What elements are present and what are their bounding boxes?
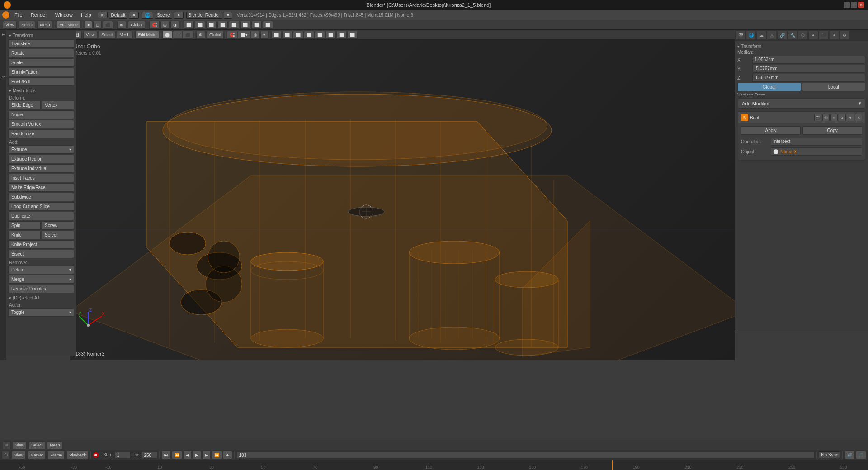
proportional-type-btn[interactable]: ▾ (260, 31, 268, 39)
display-mode-5[interactable]: ⬜ (315, 31, 325, 39)
select-menu-btn[interactable]: Select (99, 31, 115, 39)
knife-button[interactable]: Knife (8, 231, 41, 239)
overlay4-icon[interactable]: ⬜ (217, 21, 228, 29)
prop-tab-object[interactable]: △ (767, 31, 777, 40)
sync-select[interactable]: No Sync (819, 451, 840, 458)
overlay7-icon[interactable]: ⬜ (251, 21, 262, 29)
view-timeline-btn[interactable]: View (12, 451, 26, 459)
deselect-all-title[interactable]: (De)select All (8, 294, 74, 302)
frame-btn[interactable]: Frame (47, 451, 65, 459)
snap-type-btn[interactable]: ⬜▾ (238, 31, 250, 39)
scene-select[interactable]: Scene (155, 12, 172, 19)
transform-title[interactable]: Transform (737, 43, 865, 50)
transform-section-title[interactable]: Transform (8, 32, 74, 39)
viewport-canvas[interactable]: User Ortho Meters x 0.01 (70, 40, 735, 360)
vertex-select-icon[interactable]: ● (85, 21, 92, 29)
display-mode-2[interactable]: ⬜ (282, 31, 292, 39)
scale-button[interactable]: Scale (8, 58, 74, 67)
overlay8-icon[interactable]: ⬜ (263, 21, 273, 29)
menu-help[interactable]: Help (77, 11, 95, 19)
layout-close-icon[interactable]: ✕ (129, 12, 139, 19)
noise-button[interactable]: Noise (8, 110, 74, 119)
scene-icon[interactable]: 🌐 (142, 12, 153, 19)
display-mode-4[interactable]: ⬜ (304, 31, 314, 39)
prop-tab-particles[interactable]: ✦ (829, 31, 839, 40)
translate-button[interactable]: Translate (8, 39, 74, 48)
timeline-editor-icon[interactable]: ⏱ (2, 451, 10, 459)
vertex-mode-btn[interactable]: ⬤ (162, 31, 172, 39)
display-mode-1[interactable]: ⬜ (271, 31, 282, 39)
z-field[interactable]: 8.56377mm (752, 74, 865, 82)
delete-dropdown[interactable]: Delete ▾ (8, 266, 74, 274)
overlay5-icon[interactable]: ⬜ (229, 21, 239, 29)
vertex-button[interactable]: Vertex (42, 101, 74, 109)
tool-strip-btn-2[interactable]: N (0, 74, 6, 81)
shrink-fatten-button[interactable]: Shrink/Fatten (8, 68, 74, 76)
display-mode-8[interactable]: ⬜ (347, 31, 358, 39)
select-button[interactable]: Select (42, 231, 74, 239)
play-btn[interactable]: ▶ (193, 451, 201, 459)
display-mode-7[interactable]: ⬜ (336, 31, 347, 39)
extrude-individual-button[interactable]: Extrude Individual (8, 164, 74, 173)
overlay6-icon[interactable]: ⬜ (240, 21, 250, 29)
prop-tab-modifiers[interactable]: 🔧 (788, 31, 797, 40)
minimize-button[interactable]: – (844, 2, 850, 8)
first-frame-btn[interactable]: ⏮ (161, 451, 171, 459)
menu-window[interactable]: Window (52, 11, 76, 19)
view-menu[interactable]: View (3, 21, 17, 29)
current-frame-field[interactable]: 183 (236, 451, 815, 459)
menu-render[interactable]: Render (27, 11, 51, 19)
local-btn[interactable]: Local (802, 83, 866, 91)
modifier-up-icon[interactable]: ▲ (839, 114, 846, 121)
face-select-icon[interactable]: ⬛ (103, 21, 113, 29)
y-field[interactable]: -5.0767mm (752, 65, 865, 73)
viewport-3d[interactable]: ⊞ View Select Mesh Edit Mode ⬤ — ⬛ ⊕ Glo… (70, 30, 735, 360)
face-mode-btn[interactable]: ⬛ (183, 31, 193, 39)
global-btn[interactable]: Global (737, 83, 801, 91)
modifier-down-icon[interactable]: ▼ (847, 114, 854, 121)
prev-frame-btn[interactable]: ⏪ (172, 451, 182, 459)
bisect-button[interactable]: Bisect (8, 250, 74, 258)
screen-layout-icon[interactable]: ⊞ (98, 12, 108, 18)
global-orient-btn[interactable]: Global (207, 31, 224, 39)
proportional-icon[interactable]: ◎ (160, 21, 170, 29)
snap-icon[interactable]: 🧲 (149, 21, 160, 29)
edge-select-icon[interactable]: ◻ (93, 21, 102, 29)
prop-tab-data[interactable]: ⬡ (798, 31, 808, 40)
overlay3-icon[interactable]: ⬜ (206, 21, 217, 29)
home-icon[interactable]: ⊙ (2, 11, 10, 19)
loop-cut-button[interactable]: Loop Cut and Slide (8, 202, 74, 211)
remove-doubles-button[interactable]: Remove Doubles (8, 285, 74, 293)
playback-btn[interactable]: Playback (66, 451, 89, 459)
prev-keyframe-btn[interactable]: ◀ (183, 451, 192, 459)
extrude-dropdown[interactable]: Extrude ▾ (8, 145, 74, 154)
apply-button[interactable]: Apply (741, 126, 801, 135)
subdivide-button[interactable]: Subdivide (8, 193, 74, 201)
mesh-menu-btn[interactable]: Mesh (117, 31, 132, 39)
audio-scrub-btn[interactable]: 🎵 (856, 451, 866, 459)
overlay1-icon[interactable]: ⬜ (184, 21, 194, 29)
last-frame-btn[interactable]: ⏭ (223, 451, 232, 459)
duplicate-button[interactable]: Duplicate (8, 212, 74, 220)
audio-mute-btn[interactable]: 🔊 (844, 451, 855, 459)
prop-tab-scene[interactable]: 🌐 (746, 31, 756, 40)
prop-tab-constraints[interactable]: 🔗 (777, 31, 787, 40)
view-menu-btn[interactable]: View (83, 31, 97, 39)
knife-project-button[interactable]: Knife Project (8, 240, 74, 249)
edit-mode-btn[interactable]: Edit Mode (135, 31, 159, 39)
object-field[interactable]: ⚪ Nomer3 (771, 147, 862, 156)
mesh-tools-section-title[interactable]: Mesh Tools (8, 87, 74, 95)
modifier-render-icon[interactable]: 🎬 (814, 114, 821, 121)
snap-toggle[interactable]: 🧲 (227, 31, 237, 39)
extrude-region-button[interactable]: Extrude Region (8, 155, 74, 163)
mesh-menu[interactable]: Mesh (37, 21, 52, 29)
prop-tab-textures[interactable]: ⬛ (819, 31, 829, 40)
engine-select[interactable]: Blender Render (186, 12, 222, 19)
status-editor-icon[interactable]: ⊞ (3, 441, 11, 449)
close-button[interactable]: ✕ (858, 2, 864, 8)
copy-button[interactable]: Copy (802, 126, 862, 135)
smooth-vertex-button[interactable]: Smooth Vertex (8, 120, 74, 128)
merge-dropdown[interactable]: Merge ▾ (8, 275, 74, 284)
display-mode-6[interactable]: ⬜ (326, 31, 336, 39)
prop-tab-physics[interactable]: ⚙ (840, 31, 849, 40)
